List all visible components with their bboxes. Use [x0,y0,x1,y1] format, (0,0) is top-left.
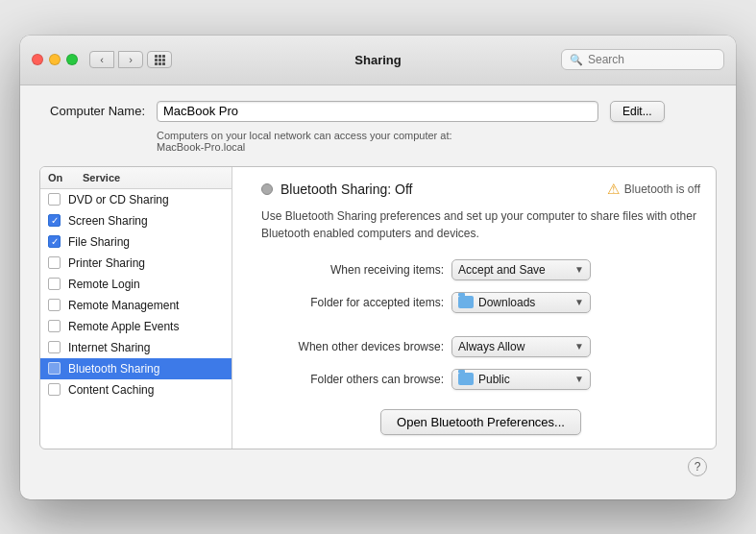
help-button[interactable]: ? [688,457,707,476]
titlebar: ‹ › Sharing 🔍 [20,36,736,85]
checkbox-dvd[interactable] [48,193,61,206]
computer-name-input[interactable] [157,101,598,122]
service-item-bluetooth[interactable]: Bluetooth Sharing [40,358,232,379]
service-item-content[interactable]: Content Caching [40,379,232,400]
browse-dropdown-arrow: ▼ [574,341,584,352]
checkbox-screen[interactable]: ✓ [48,214,61,227]
computer-name-row: Computer Name: Edit... [39,101,717,122]
search-input[interactable] [588,53,716,66]
sharing-window: ‹ › Sharing 🔍 Computer Name: Edit... Com… [20,36,736,499]
service-item-apple-events[interactable]: Remote Apple Events [40,316,232,337]
search-bar[interactable]: 🔍 [561,49,724,70]
grid-icon [155,55,165,65]
service-header-row: Bluetooth Sharing: Off ⚠ Bluetooth is of… [261,181,700,198]
browse-folder-dropdown[interactable]: Public ▼ [451,369,591,390]
service-name-login: Remote Login [68,278,140,291]
folder-icon [458,296,474,308]
main-panel: On Service DVD or CD Sharing ✓ Screen Sh… [39,166,717,449]
back-button[interactable]: ‹ [89,51,114,68]
col-on-header: On [48,172,75,183]
service-title: Bluetooth Sharing: Off [280,182,413,197]
checkbox-internet[interactable] [48,341,61,353]
receiving-dropdown[interactable]: Accept and Save ▼ [451,259,591,280]
edit-button[interactable]: Edit... [610,101,665,122]
checkbox-printer[interactable] [48,256,61,269]
browse-value: Always Allow [458,340,571,353]
service-item-internet[interactable]: Internet Sharing [40,337,232,358]
checkbox-apple-events[interactable] [48,320,61,332]
computer-name-label: Computer Name: [39,104,145,118]
service-item-management[interactable]: Remote Management [40,295,232,316]
browse-label: When other devices browse: [261,340,444,353]
warning-icon: ⚠ [607,181,620,198]
checkbox-management[interactable] [48,299,61,311]
service-description: Use Bluetooth Sharing preferences and se… [261,207,700,242]
service-name-internet: Internet Sharing [68,341,150,354]
browse-folder-arrow: ▼ [574,374,584,384]
service-item-screen[interactable]: ✓ Screen Sharing [40,210,232,231]
service-name-file: File Sharing [68,235,130,249]
service-item-file[interactable]: ✓ File Sharing [40,231,232,253]
service-item-dvd[interactable]: DVD or CD Sharing [40,189,232,210]
services-header: On Service [40,167,232,189]
window-title: Sharing [354,53,401,67]
warning-area: ⚠ Bluetooth is off [607,181,700,198]
warning-text: Bluetooth is off [624,182,700,196]
services-list: On Service DVD or CD Sharing ✓ Screen Sh… [40,167,232,449]
service-name-content: Content Caching [68,383,154,397]
open-bluetooth-prefs-button[interactable]: Open Bluetooth Preferences... [380,409,581,435]
grid-view-button[interactable] [147,51,172,68]
service-name-bluetooth: Bluetooth Sharing [68,362,159,376]
service-name-management: Remote Management [68,299,179,312]
forward-button[interactable]: › [118,51,143,68]
receiving-label: When receiving items: [261,263,444,277]
status-indicator [261,183,273,195]
accepted-folder-arrow: ▼ [574,297,584,307]
accepted-folder-dropdown[interactable]: Downloads ▼ [451,292,591,313]
nav-buttons: ‹ › [89,51,143,68]
service-name-apple-events: Remote Apple Events [68,320,179,333]
service-name-printer: Printer Sharing [68,256,145,270]
service-name-dvd: DVD or CD Sharing [68,193,169,206]
network-info: Computers on your local network can acce… [157,130,717,153]
accepted-folder-label: Folder for accepted items: [261,296,444,309]
checkbox-bluetooth[interactable] [48,362,61,375]
accepted-folder-value: Downloads [478,296,571,309]
service-item-printer[interactable]: Printer Sharing [40,253,232,274]
browse-folder-icon [458,373,474,385]
receiving-value: Accept and Save [458,263,571,277]
checkbox-login[interactable] [48,278,61,290]
service-item-login[interactable]: Remote Login [40,274,232,295]
col-service-header: Service [83,172,120,183]
search-icon: 🔍 [570,54,583,66]
open-prefs-area: Open Bluetooth Preferences... [261,409,700,435]
receiving-dropdown-arrow: ▼ [574,264,584,275]
service-name-screen: Screen Sharing [68,214,148,228]
accepted-folder-row: Folder for accepted items: Downloads ▼ [261,292,700,313]
maximize-button[interactable] [66,54,78,65]
browse-dropdown[interactable]: Always Allow ▼ [451,336,591,357]
receiving-setting-row: When receiving items: Accept and Save ▼ [261,259,700,280]
content-area: Computer Name: Edit... Computers on your… [20,85,736,499]
help-area: ? [39,449,717,480]
browse-setting-row: When other devices browse: Always Allow … [261,336,700,357]
browse-folder-value: Public [478,373,571,386]
checkbox-file[interactable]: ✓ [48,235,61,248]
close-button[interactable] [32,54,43,65]
browse-folder-row: Folder others can browse: Public ▼ [261,369,700,390]
browse-folder-label: Folder others can browse: [261,373,444,386]
minimize-button[interactable] [49,54,61,65]
traffic-lights [32,54,78,65]
right-panel: Bluetooth Sharing: Off ⚠ Bluetooth is of… [246,167,716,449]
checkbox-content[interactable] [48,383,61,396]
